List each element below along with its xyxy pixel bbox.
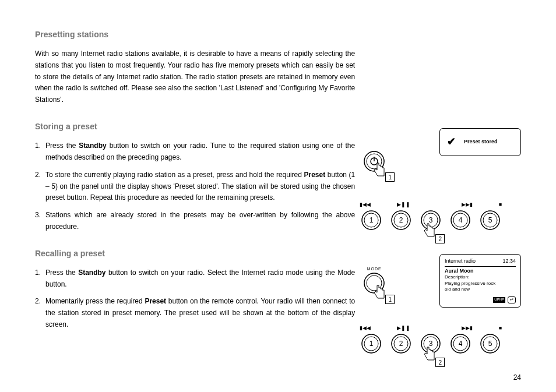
svg-text:4: 4 [459,216,463,224]
mode-label: MODE [363,267,385,271]
play-pause-icon: ▶❚❚ [397,325,410,331]
transport-symbols-b: ▮◀◀ ▶❚❚ ▶▶▮ ■ [355,325,506,333]
preset-row-a: ▮◀◀ ▶❚❚ ▶▶▮ ■ 1 2 3 4 5 [355,202,506,231]
preset-button-2: 2 [390,333,411,354]
preset-button-2: 2 [390,210,411,231]
heading-recalling: Recalling a preset [35,247,355,260]
next-track-icon: ▶▶▮ [462,202,473,207]
stop-icon: ■ [499,202,502,207]
callout-2: 2 [435,234,445,243]
heading-presetting: Presetting stations [35,28,355,41]
screen2-desc-1: Playing progressive rock [445,281,516,287]
storing-step-2: To store the currently playing radio sta… [35,169,355,204]
preset-button-1: 1 [361,210,382,231]
screen2-station: Aural Moon [445,268,516,275]
screen2-clock: 12:34 [502,258,516,265]
svg-text:1: 1 [370,216,374,224]
callout-1: 1 [385,295,395,304]
heading-storing: Storing a preset [35,120,355,133]
display-now-playing: Internet radio 12:34 Aural Moon Descript… [439,254,521,308]
prev-track-icon: ▮◀◀ [360,325,371,331]
return-icon: ↵ [508,296,516,303]
recalling-step-2: Momentarily press the required Preset bu… [35,296,355,330]
display-preset-stored: ✔ Preset stored [439,128,521,156]
recalling-steps: Press the Standby button to switch on yo… [35,267,355,331]
preset-button-1: 1 [361,333,382,354]
svg-text:1: 1 [370,340,374,348]
transport-symbols-a: ▮◀◀ ▶❚❚ ▶▶▮ ■ [355,202,506,210]
intro-paragraph: With so many Internet radio stations ava… [35,48,355,106]
storing-step-3: Stations which are already stored in the… [35,210,355,233]
content-columns: Presetting stations With so many Interne… [35,28,521,344]
text-column: Presetting stations With so many Interne… [35,28,355,344]
storing-steps: Press the Standby button to switch on yo… [35,140,355,233]
preset-button-4: 4 [450,210,471,231]
screen2-mode: Internet radio [445,258,476,265]
preset-row-b: ▮◀◀ ▶❚❚ ▶▶▮ ■ 1 2 3 4 5 [355,325,506,354]
preset-stored-label: Preset stored [464,139,498,146]
preset-button-4: 4 [450,333,471,354]
screen2-desc-2: old and new [445,287,516,292]
play-pause-icon: ▶❚❚ [397,202,410,207]
recalling-step-1: Press the Standby button to switch on yo… [35,267,355,291]
callout-2: 2 [435,358,445,367]
preset-button-5: 5 [480,210,501,231]
upnp-badge: UPNP [493,297,505,303]
stop-icon: ■ [499,325,502,331]
svg-text:2: 2 [399,340,403,348]
screen2-desc-label: Description: [445,274,516,280]
manual-page: GB Presetting stations With so many Inte… [0,0,556,392]
prev-track-icon: ▮◀◀ [360,202,371,207]
storing-step-1: Press the Standby button to switch on yo… [35,140,355,164]
svg-text:5: 5 [488,340,492,348]
preset-button-5: 5 [480,333,501,354]
illustration-column: ✔ Preset stored [367,28,521,344]
svg-text:2: 2 [399,216,403,224]
standby-button-illustration-a: 1 [363,150,385,175]
mode-button-illustration: MODE 1 [363,267,385,296]
next-track-icon: ▶▶▮ [462,325,473,331]
check-icon: ✔ [447,135,456,149]
svg-text:4: 4 [459,340,463,348]
svg-text:5: 5 [488,216,492,224]
page-number: 24 [513,373,521,382]
callout-1: 1 [385,172,395,182]
